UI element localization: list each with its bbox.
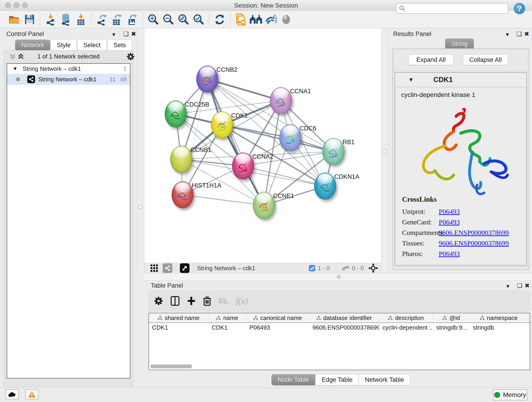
table-cell[interactable]: P06493 (246, 323, 309, 332)
maximize-panel-icon[interactable]: ❑ (123, 31, 128, 38)
network-options-gear-icon[interactable] (127, 53, 134, 61)
delete-table-icon[interactable] (219, 298, 228, 304)
table-cell[interactable]: CDK1 (209, 323, 246, 332)
search-input[interactable] (405, 5, 505, 12)
table-horizontal-scrollbar[interactable] (150, 364, 192, 368)
hidden-eye-icon[interactable] (341, 265, 350, 272)
tab-style[interactable]: Style (51, 40, 77, 51)
table-cell[interactable]: stringdb (470, 323, 528, 332)
close-panel-icon[interactable]: ✖ (525, 282, 530, 289)
column-header-namespace[interactable]: namespace (470, 313, 528, 322)
search-field[interactable] (396, 3, 508, 14)
node-table[interactable]: shared name name canonical name database… (148, 313, 530, 370)
network-node-cdkn1a[interactable] (314, 172, 336, 200)
gene-header-row[interactable]: ▼ CDK1 (395, 73, 526, 87)
column-header-description[interactable]: description (379, 313, 433, 322)
network-node-ccnb1[interactable] (170, 146, 192, 173)
right-splitter[interactable] (381, 28, 389, 273)
crosslink-link[interactable]: P06493 (439, 208, 460, 216)
maximize-panel-icon[interactable]: ❑ (516, 31, 522, 38)
help-icon[interactable]: ? (514, 3, 525, 14)
import-network-file-icon[interactable] (43, 12, 58, 27)
network-row-selected[interactable]: String Network – cdk1 11 48 (7, 74, 130, 85)
expand-all-button[interactable]: Expand All (409, 55, 453, 65)
show-hide-graphics-icon[interactable] (264, 12, 279, 27)
zoom-out-icon[interactable] (161, 12, 176, 27)
open-folder-icon[interactable] (7, 12, 22, 27)
network-edge[interactable] (183, 195, 264, 205)
table-cell[interactable]: cyclin-dependent ... (379, 323, 433, 332)
tab-sets[interactable]: Sets (107, 40, 132, 51)
left-splitter-handle[interactable] (138, 205, 143, 209)
refresh-layout-icon[interactable] (212, 12, 227, 27)
network-node-ccna1[interactable] (270, 87, 292, 114)
import-table-file-icon[interactable] (73, 12, 89, 27)
network-node-ccna2[interactable] (232, 153, 254, 179)
float-panel-icon[interactable]: ▾ (112, 31, 115, 38)
new-network-from-selection-icon[interactable] (233, 12, 248, 27)
show-columns-icon[interactable] (171, 296, 179, 306)
memory-button[interactable]: Memory (493, 389, 527, 400)
crosslink-link[interactable]: 9606.ENSP00000378699 (439, 229, 509, 236)
cloud-button[interactable] (6, 389, 19, 400)
tab-node-table[interactable]: Node Table (272, 374, 315, 385)
add-column-icon[interactable] (187, 296, 196, 306)
export-network-icon[interactable] (94, 12, 109, 27)
save-session-icon[interactable] (22, 12, 37, 27)
import-network-database-icon[interactable] (58, 12, 73, 27)
function-builder-icon[interactable]: f(x) (236, 296, 248, 306)
close-panel-icon[interactable]: ✖ (524, 31, 529, 38)
maximize-panel-icon[interactable]: ❑ (517, 282, 522, 289)
table-cell[interactable]: CDK1 (149, 323, 209, 332)
selected-checkbox-icon[interactable] (309, 265, 316, 272)
network-canvas[interactable]: CCNB2CCNA1CDC25BCDK1CDC6RB1CCNB1CCNA2CDK… (144, 28, 381, 263)
tab-network[interactable]: Network (15, 40, 50, 51)
float-panel-icon[interactable]: ▾ (506, 31, 509, 38)
zoom-selected-icon[interactable] (191, 12, 206, 27)
export-image-icon[interactable] (125, 12, 140, 27)
table-row[interactable]: CDK1CDK1P064939606.ENSP00000378699cyclin… (149, 323, 530, 332)
crosslink-link[interactable]: P06493 (439, 218, 460, 226)
table-cell[interactable]: stringdb:9... (433, 323, 470, 332)
birds-eye-toggle-icon[interactable] (279, 12, 294, 27)
delete-column-icon[interactable] (203, 296, 211, 306)
network-edge[interactable] (207, 79, 281, 101)
table-options-gear-icon[interactable] (154, 297, 163, 305)
network-node-cdk1[interactable] (211, 111, 233, 138)
first-neighbors-icon[interactable] (248, 12, 264, 27)
network-edge[interactable] (183, 79, 207, 195)
network-node-cdc25b[interactable] (165, 100, 187, 128)
horizontal-splitter-handle[interactable] (337, 275, 341, 279)
close-panel-icon[interactable]: ✖ (131, 31, 136, 38)
gene-expander-icon[interactable]: ▼ (408, 77, 414, 83)
fit-selected-crosshair-icon[interactable] (368, 263, 378, 273)
tab-string[interactable]: String (445, 38, 474, 50)
float-panel-icon[interactable]: ▾ (506, 283, 509, 290)
column-header-database-identifier[interactable]: database identifier (309, 313, 379, 322)
export-table-icon[interactable] (109, 12, 125, 27)
table-cell[interactable]: 9606.ENSP00000378699 (309, 323, 379, 332)
warnings-button[interactable] (25, 389, 38, 400)
zoom-fit-icon[interactable] (176, 12, 191, 27)
birds-eye-view-icon[interactable] (180, 263, 190, 273)
tab-select[interactable]: Select (77, 40, 107, 51)
string-view-icon[interactable] (163, 263, 172, 273)
column-header-name[interactable]: name (209, 313, 246, 322)
grid-view-icon[interactable] (150, 264, 158, 272)
collection-expander-icon[interactable]: ▼ (13, 66, 18, 72)
horizontal-splitter[interactable] (144, 273, 532, 281)
column-header--id[interactable]: @id (433, 313, 470, 322)
right-splitter-handle[interactable] (382, 149, 387, 154)
network-collection-row[interactable]: ▼ String Network – cdk1 1 (7, 64, 130, 74)
column-header-shared-name[interactable]: shared name (149, 313, 209, 322)
crosslink-link[interactable]: P06493 (439, 250, 460, 258)
network-node-cdc6[interactable] (279, 124, 301, 151)
network-node-rb1[interactable] (322, 138, 344, 165)
network-node-hist1h1a[interactable] (172, 181, 194, 208)
network-node-ccne1[interactable] (253, 192, 275, 219)
network-node-ccnb2[interactable] (196, 65, 218, 93)
tab-edge-table[interactable]: Edge Table (316, 374, 359, 385)
left-splitter[interactable] (137, 28, 144, 273)
crosslink-link[interactable]: 9606.ENSP00000378699 (439, 239, 509, 247)
tab-network-table[interactable]: Network Table (359, 374, 410, 385)
